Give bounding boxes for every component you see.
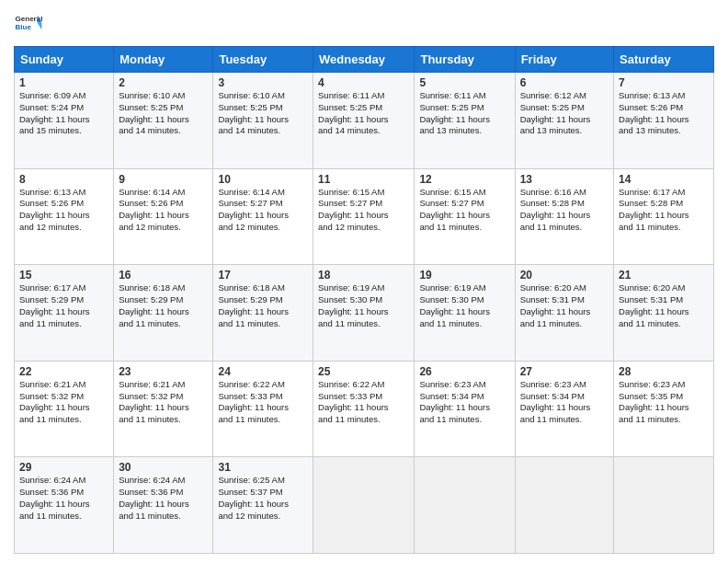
calendar-cell: 22 Sunrise: 6:21 AM Sunset: 5:32 PM Dayl… [15, 361, 114, 457]
day-info: Sunrise: 6:17 AM Sunset: 5:28 PM Dayligh… [619, 187, 709, 234]
daylight-minutes: and 11 minutes. [419, 414, 482, 424]
sunrise-label: Sunrise: 6:11 AM [419, 90, 485, 100]
day-number: 8 [19, 173, 108, 186]
sunrise-label: Sunrise: 6:18 AM [218, 282, 284, 293]
sunset-label: Sunset: 5:37 PM [218, 487, 282, 497]
calendar-cell [415, 457, 515, 554]
day-info: Sunrise: 6:11 AM Sunset: 5:25 PM Dayligh… [419, 90, 509, 137]
calendar-cell: 4 Sunrise: 6:11 AM Sunset: 5:25 PM Dayli… [313, 73, 415, 169]
daylight-label: Daylight: 11 hours [419, 114, 490, 124]
calendar-cell: 27 Sunrise: 6:23 AM Sunset: 5:34 PM Dayl… [515, 361, 613, 457]
daylight-minutes: and 13 minutes. [619, 125, 681, 135]
daylight-label: Daylight: 11 hours [19, 499, 90, 509]
daylight-label: Daylight: 11 hours [419, 402, 490, 412]
page: General Blue SundayMondayTuesdayWednesda… [0, 0, 728, 563]
day-number: 21 [619, 269, 709, 282]
daylight-minutes: and 15 minutes. [19, 125, 82, 135]
calendar-week-1: 1 Sunrise: 6:09 AM Sunset: 5:24 PM Dayli… [15, 73, 714, 169]
calendar-cell: 15 Sunrise: 6:17 AM Sunset: 5:29 PM Dayl… [15, 265, 114, 362]
daylight-minutes: and 11 minutes. [119, 511, 181, 521]
sunrise-label: Sunrise: 6:11 AM [318, 90, 384, 100]
daylight-minutes: and 11 minutes. [19, 318, 82, 328]
day-number: 15 [19, 269, 108, 282]
daylight-minutes: and 11 minutes. [520, 414, 583, 424]
daylight-label: Daylight: 11 hours [119, 402, 189, 412]
calendar-cell: 12 Sunrise: 6:15 AM Sunset: 5:27 PM Dayl… [415, 168, 515, 265]
weekday-header-tuesday: Tuesday [213, 47, 313, 73]
day-number: 4 [318, 76, 409, 89]
sunrise-label: Sunrise: 6:15 AM [318, 187, 384, 197]
daylight-minutes: and 14 minutes. [218, 125, 280, 135]
calendar-cell: 1 Sunrise: 6:09 AM Sunset: 5:24 PM Dayli… [15, 73, 114, 169]
calendar-cell: 21 Sunrise: 6:20 AM Sunset: 5:31 PM Dayl… [614, 265, 714, 362]
sunset-label: Sunset: 5:36 PM [19, 487, 84, 497]
sunrise-label: Sunrise: 6:16 AM [520, 187, 586, 197]
daylight-minutes: and 11 minutes. [619, 222, 681, 232]
day-number: 20 [520, 269, 609, 282]
day-number: 30 [119, 461, 208, 474]
daylight-minutes: and 12 minutes. [218, 511, 280, 521]
daylight-minutes: and 14 minutes. [119, 125, 181, 135]
daylight-minutes: and 11 minutes. [419, 222, 482, 232]
sunrise-label: Sunrise: 6:09 AM [19, 90, 85, 100]
daylight-minutes: and 12 minutes. [19, 222, 82, 232]
sunrise-label: Sunrise: 6:13 AM [19, 187, 85, 197]
sunset-label: Sunset: 5:28 PM [520, 198, 585, 208]
day-number: 18 [318, 269, 409, 282]
calendar-cell: 8 Sunrise: 6:13 AM Sunset: 5:26 PM Dayli… [15, 168, 114, 265]
calendar-cell: 2 Sunrise: 6:10 AM Sunset: 5:25 PM Dayli… [114, 73, 213, 169]
day-info: Sunrise: 6:24 AM Sunset: 5:36 PM Dayligh… [19, 475, 108, 522]
sunset-label: Sunset: 5:24 PM [19, 102, 84, 112]
daylight-minutes: and 11 minutes. [119, 414, 181, 424]
sunset-label: Sunset: 5:25 PM [520, 102, 585, 112]
daylight-minutes: and 11 minutes. [19, 511, 82, 521]
daylight-label: Daylight: 11 hours [619, 114, 689, 124]
daylight-minutes: and 11 minutes. [619, 318, 681, 328]
sunrise-label: Sunrise: 6:13 AM [619, 90, 685, 100]
day-info: Sunrise: 6:15 AM Sunset: 5:27 PM Dayligh… [419, 187, 509, 234]
daylight-label: Daylight: 11 hours [218, 210, 289, 220]
day-info: Sunrise: 6:16 AM Sunset: 5:28 PM Dayligh… [520, 187, 609, 234]
day-number: 28 [619, 365, 709, 378]
day-info: Sunrise: 6:15 AM Sunset: 5:27 PM Dayligh… [318, 187, 409, 234]
sunrise-label: Sunrise: 6:25 AM [218, 475, 284, 485]
daylight-label: Daylight: 11 hours [119, 306, 189, 316]
day-number: 3 [218, 76, 308, 89]
calendar-cell: 13 Sunrise: 6:16 AM Sunset: 5:28 PM Dayl… [515, 168, 613, 265]
daylight-label: Daylight: 11 hours [218, 306, 289, 316]
sunrise-label: Sunrise: 6:10 AM [218, 90, 284, 100]
day-info: Sunrise: 6:21 AM Sunset: 5:32 PM Dayligh… [19, 379, 108, 426]
sunset-label: Sunset: 5:27 PM [318, 198, 382, 208]
weekday-header-saturday: Saturday [614, 47, 714, 73]
sunset-label: Sunset: 5:25 PM [318, 102, 382, 112]
daylight-minutes: and 11 minutes. [520, 318, 583, 328]
day-number: 6 [520, 76, 609, 89]
daylight-label: Daylight: 11 hours [419, 210, 490, 220]
daylight-label: Daylight: 11 hours [619, 306, 689, 316]
daylight-minutes: and 11 minutes. [520, 222, 583, 232]
day-number: 26 [419, 365, 509, 378]
calendar-cell: 17 Sunrise: 6:18 AM Sunset: 5:29 PM Dayl… [213, 265, 313, 362]
sunset-label: Sunset: 5:29 PM [218, 294, 282, 304]
calendar-cell: 25 Sunrise: 6:22 AM Sunset: 5:33 PM Dayl… [313, 361, 415, 457]
day-number: 2 [119, 76, 208, 89]
sunset-label: Sunset: 5:26 PM [19, 198, 84, 208]
day-number: 5 [419, 76, 509, 89]
calendar-week-3: 15 Sunrise: 6:17 AM Sunset: 5:29 PM Dayl… [15, 265, 714, 362]
sunset-label: Sunset: 5:29 PM [119, 294, 183, 304]
sunrise-label: Sunrise: 6:24 AM [119, 475, 185, 485]
day-info: Sunrise: 6:23 AM Sunset: 5:34 PM Dayligh… [520, 379, 609, 426]
sunset-label: Sunset: 5:27 PM [218, 198, 282, 208]
daylight-minutes: and 13 minutes. [520, 125, 583, 135]
day-number: 23 [119, 365, 208, 378]
sunset-label: Sunset: 5:27 PM [419, 198, 483, 208]
sunset-label: Sunset: 5:33 PM [218, 391, 282, 401]
daylight-label: Daylight: 11 hours [119, 114, 189, 124]
daylight-label: Daylight: 11 hours [19, 114, 90, 124]
weekday-header-sunday: Sunday [15, 47, 114, 73]
day-info: Sunrise: 6:25 AM Sunset: 5:37 PM Dayligh… [218, 475, 308, 522]
sunset-label: Sunset: 5:31 PM [619, 294, 683, 304]
sunrise-label: Sunrise: 6:20 AM [619, 282, 685, 293]
calendar-week-5: 29 Sunrise: 6:24 AM Sunset: 5:36 PM Dayl… [15, 457, 714, 554]
daylight-label: Daylight: 11 hours [619, 210, 689, 220]
